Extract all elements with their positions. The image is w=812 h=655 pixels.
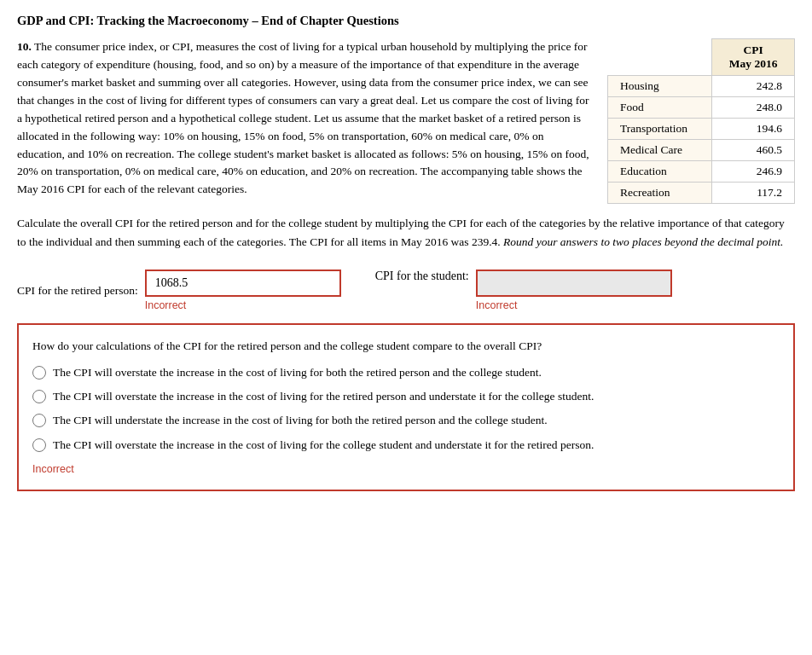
mc-incorrect-label: Incorrect — [32, 461, 780, 478]
mc-option-text: The CPI will overstate the increase in t… — [53, 437, 594, 454]
student-incorrect-label: Incorrect — [476, 299, 518, 311]
instructions: Calculate the overall CPI for the retire… — [17, 214, 795, 251]
mc-option: The CPI will overstate the increase in t… — [32, 388, 780, 405]
mc-option-text: The CPI will overstate the increase in t… — [53, 388, 594, 405]
cpi-value: 194.6 — [712, 119, 795, 140]
cpi-category: Medical Care — [608, 140, 712, 161]
cpi-table-row: Housing242.8 — [608, 76, 795, 97]
multiple-choice-box: How do your calculations of the CPI for … — [17, 323, 795, 491]
retired-input-group: CPI for the retired person: Incorrect — [17, 270, 341, 311]
retired-label: CPI for the retired person: — [17, 284, 138, 298]
cpi-table-row: Education246.9 — [608, 161, 795, 183]
mc-radio-0[interactable] — [32, 366, 46, 380]
mc-option: The CPI will understate the increase in … — [32, 412, 780, 429]
mc-radio-1[interactable] — [32, 390, 46, 403]
cpi-table-row: Recreation117.2 — [608, 183, 795, 204]
cpi-table-row: Food248.0 — [608, 97, 795, 119]
cpi-category: Transportation — [608, 119, 712, 140]
question-body: The consumer price index, or CPI, measur… — [17, 40, 589, 195]
retired-input-wrapper: Incorrect — [145, 270, 341, 311]
mc-radio-3[interactable] — [32, 438, 46, 452]
cpi-value: 460.5 — [712, 140, 795, 161]
mc-radio-2[interactable] — [32, 414, 46, 427]
cpi-value: 242.8 — [712, 76, 795, 97]
mc-option: The CPI will overstate the increase in t… — [32, 437, 780, 454]
cpi-category: Housing — [608, 76, 712, 97]
student-answer-input[interactable] — [476, 270, 672, 297]
question-text: 10. The consumer price index, or CPI, me… — [17, 38, 594, 204]
mc-option-text: The CPI will understate the increase in … — [53, 412, 548, 429]
cpi-category: Recreation — [608, 183, 712, 204]
student-label: CPI for the student: — [375, 270, 469, 283]
cpi-value: 248.0 — [712, 97, 795, 119]
page-title: GDP and CPI: Tracking the Macroeconomy –… — [17, 14, 795, 28]
retired-answer-input[interactable] — [145, 270, 341, 297]
cpi-table-row: Transportation194.6 — [608, 119, 795, 140]
mc-option: The CPI will overstate the increase in t… — [32, 364, 780, 381]
cpi-category: Education — [608, 161, 712, 183]
student-input-group: CPI for the student: Incorrect — [375, 270, 672, 311]
mc-question: How do your calculations of the CPI for … — [32, 337, 780, 356]
cpi-value: 117.2 — [712, 183, 795, 204]
question-number: 10. — [17, 40, 32, 53]
student-input-wrapper: Incorrect — [476, 270, 672, 311]
cpi-table-row: Medical Care460.5 — [608, 140, 795, 161]
cpi-table: CPIMay 2016 Housing242.8Food248.0Transpo… — [607, 38, 795, 204]
cpi-value: 246.9 — [712, 161, 795, 183]
cpi-category: Food — [608, 97, 712, 119]
mc-option-text: The CPI will overstate the increase in t… — [53, 364, 542, 381]
cpi-table-header: CPIMay 2016 — [712, 39, 795, 76]
retired-incorrect-label: Incorrect — [145, 299, 187, 311]
